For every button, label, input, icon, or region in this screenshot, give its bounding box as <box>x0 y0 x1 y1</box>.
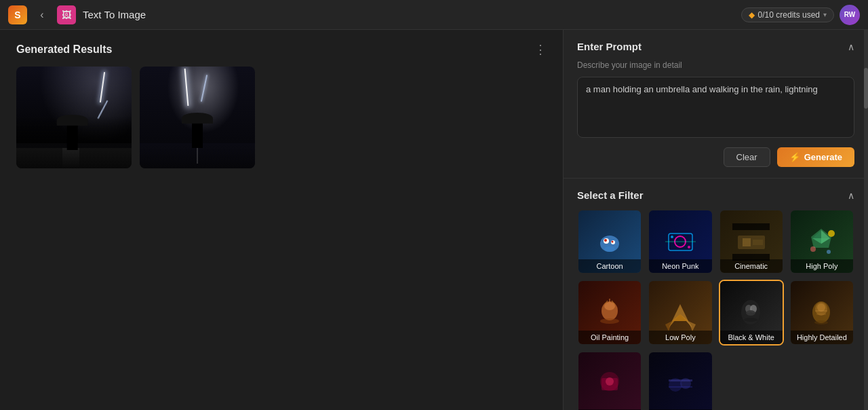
svg-point-42 <box>817 303 825 312</box>
prompt-actions: Clear ⚡ Generate <box>577 147 854 167</box>
filter-cinematic[interactable]: Cinematic <box>719 209 784 274</box>
svg-rect-51 <box>669 379 692 381</box>
hd-visual <box>803 294 840 331</box>
results-header: Generated Results ⋮ <box>16 43 547 56</box>
filter-low-poly[interactable]: Low Poly <box>648 280 713 345</box>
svg-point-38 <box>746 310 755 316</box>
cartoon-visual <box>591 223 629 261</box>
prompt-collapse-button[interactable]: ∧ <box>848 41 854 52</box>
svg-point-21 <box>810 246 816 252</box>
topnav-right: ◆ 0/10 credits used ▾ RW <box>741 5 860 25</box>
clear-button[interactable]: Clear <box>724 147 770 167</box>
filter-low-poly-label: Low Poly <box>649 331 711 344</box>
cinematic-visual <box>732 223 770 261</box>
filter-section-header: Select a Filter ∧ <box>577 189 854 201</box>
svg-point-45 <box>814 320 828 324</box>
filter-highly-detailed-label: Highly Detailed <box>791 331 853 344</box>
lightning-bolt-2b <box>200 75 207 101</box>
svg-point-48 <box>606 377 614 386</box>
person-1 <box>57 115 88 150</box>
sidebar-scrollbar-thumb <box>864 68 868 109</box>
svg-rect-15 <box>753 240 763 245</box>
filter-neon-punk[interactable]: Neon Punk <box>648 209 713 274</box>
svg-point-39 <box>744 318 757 322</box>
prompt-section-title: Enter Prompt <box>577 41 642 52</box>
svg-rect-14 <box>743 238 751 246</box>
r3c1-visual <box>591 365 629 402</box>
results-title: Generated Results <box>16 43 112 56</box>
person-2 <box>182 113 213 148</box>
filter-row3-col2[interactable] <box>648 351 713 411</box>
filter-neon-punk-label: Neon Punk <box>649 259 711 273</box>
svg-point-9 <box>671 236 673 238</box>
avatar[interactable]: RW <box>840 5 860 25</box>
credits-badge[interactable]: ◆ 0/10 credits used ▾ <box>741 7 834 22</box>
image-2-bg <box>140 67 255 168</box>
filter-section-title: Select a Filter <box>577 189 644 201</box>
filter-cartoon-label: Cartoon <box>578 259 641 273</box>
left-panel: Generated Results ⋮ <box>0 30 563 410</box>
svg-point-10 <box>688 246 690 248</box>
svg-rect-52 <box>669 386 692 388</box>
right-sidebar: Enter Prompt ∧ Describe your image in de… <box>563 30 868 410</box>
filter-high-poly[interactable]: High Poly <box>789 209 854 274</box>
svg-point-5 <box>604 246 615 252</box>
road-lines-2 <box>197 148 198 164</box>
page-title: Text To Image <box>83 9 146 20</box>
filter-bw-label: Black & White <box>720 331 783 344</box>
svg-point-3 <box>604 239 607 242</box>
diamond-icon: ◆ <box>749 10 755 20</box>
topnav: S ‹ 🖼 Text To Image ◆ 0/10 credits used … <box>0 0 868 30</box>
prompt-section: Enter Prompt ∧ Describe your image in de… <box>564 30 868 179</box>
sidebar-scrollbar[interactable] <box>864 30 868 410</box>
filter-collapse-button[interactable]: ∧ <box>848 190 854 201</box>
filter-high-poly-label: High Poly <box>791 259 853 273</box>
r3c2-visual <box>662 365 699 402</box>
more-button[interactable]: ⋮ <box>534 43 547 56</box>
sidebar-scroll[interactable]: Enter Prompt ∧ Describe your image in de… <box>564 30 868 410</box>
generated-image-2[interactable] <box>140 67 255 168</box>
chevron-down-icon: ▾ <box>823 11 827 18</box>
back-button[interactable]: ‹ <box>34 7 50 23</box>
filter-oil-painting-label: Oil Painting <box>578 331 641 344</box>
filter-row3-col1[interactable] <box>577 351 642 411</box>
credits-label: 0/10 credits used <box>758 10 820 20</box>
filter-r3c1-thumb <box>578 352 641 411</box>
lightning-bolt-2a <box>184 69 189 106</box>
highpoly-visual <box>803 223 840 261</box>
umbrella-2 <box>182 113 213 124</box>
app-logo[interactable]: S <box>8 5 27 24</box>
generate-button[interactable]: ⚡ Generate <box>777 147 854 167</box>
filter-cinematic-label: Cinematic <box>720 259 783 273</box>
prompt-textarea[interactable] <box>577 77 854 138</box>
oil-visual <box>591 294 629 331</box>
filter-oil-painting[interactable]: Oil Painting <box>577 280 642 345</box>
prompt-section-header: Enter Prompt ∧ <box>577 41 854 52</box>
generated-image-1[interactable] <box>16 67 132 168</box>
svg-rect-11 <box>732 223 770 230</box>
lightning-bolt-1 <box>99 72 104 102</box>
reflection-1 <box>62 148 79 168</box>
lowpoly-visual <box>662 294 699 331</box>
filter-highly-detailed[interactable]: Highly Detailed <box>789 280 854 345</box>
generate-label: Generate <box>804 152 842 162</box>
svg-point-28 <box>600 318 619 324</box>
svg-point-4 <box>611 240 613 242</box>
filters-grid: Cartoon Neon <box>577 209 854 410</box>
filter-section: Select a Filter ∧ <box>564 179 868 410</box>
person-body-1 <box>67 126 78 150</box>
generate-lightning-icon: ⚡ <box>789 152 800 162</box>
page-icon: 🖼 <box>57 5 76 24</box>
filter-black-white[interactable]: Black & White <box>719 280 784 345</box>
images-grid <box>16 67 547 168</box>
main-content: Generated Results ⋮ <box>0 30 868 410</box>
bw-visual <box>732 294 770 331</box>
person-body-2 <box>192 124 203 148</box>
filter-cartoon[interactable]: Cartoon <box>577 209 642 274</box>
umbrella-1 <box>57 115 88 126</box>
image-2-inner <box>140 67 255 168</box>
prompt-subtitle: Describe your image in detail <box>577 60 854 70</box>
image-1-inner <box>16 67 132 168</box>
image-1-bg <box>16 67 132 168</box>
svg-point-20 <box>828 230 835 237</box>
